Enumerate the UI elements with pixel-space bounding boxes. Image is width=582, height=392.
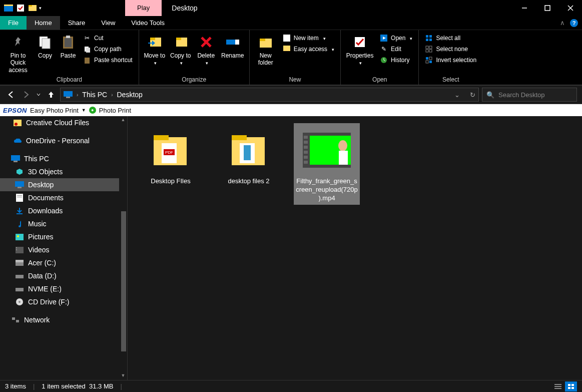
paste-shortcut-button[interactable]: Paste shortcut [80,55,136,65]
cut-button[interactable]: ✂Cut [80,33,136,43]
breadcrumb[interactable]: › This PC › Desktop ⌄ ↻ [60,88,479,102]
tab-view[interactable]: View [93,16,123,30]
tree-cd-drive[interactable]: CD Drive (F:) [0,295,127,308]
qat-dropdown-icon[interactable]: ▾ [39,6,45,11]
new-item-button[interactable]: New item [280,33,337,43]
svg-rect-52 [16,194,23,202]
copy-button[interactable]: Copy [34,32,56,59]
tab-file[interactable]: File [0,16,27,30]
qat-properties-icon[interactable] [15,3,26,14]
title-bar: ▾ Play Desktop [0,0,582,16]
copy-path-button[interactable]: Copy path [80,44,136,54]
history-button[interactable]: History [377,55,415,65]
refresh-button[interactable]: ↻ [470,91,475,99]
tree-drive-d[interactable]: Data (D:) [0,269,127,282]
tree-drive-e[interactable]: NVME (E:) [0,282,127,295]
tree-documents[interactable]: Documents [0,191,127,204]
paste-button[interactable]: Paste [57,32,79,59]
svg-rect-41 [429,57,432,60]
svg-rect-6 [545,6,550,11]
thumbnails-view-button[interactable] [565,381,577,391]
easy-photo-print-button[interactable]: Easy Photo Print [30,107,79,114]
svg-rect-70 [154,135,169,140]
main-area: Creative Cloud Files OneDrive - Personal… [0,116,582,380]
recent-locations-button[interactable] [35,89,42,101]
back-button[interactable] [5,89,17,101]
details-view-button[interactable] [552,381,564,391]
svg-point-57 [17,235,19,237]
file-item-folder-1[interactable]: PDF Desktop FIles [138,123,204,188]
svg-rect-12 [65,38,72,47]
maximize-button[interactable] [536,0,559,16]
tree-onedrive[interactable]: OneDrive - Personal [0,134,127,147]
copy-icon [37,34,53,50]
up-button[interactable] [45,89,57,101]
epson-dropdown-icon[interactable]: ▼ [82,108,86,113]
photo-print-button[interactable]: Photo Print [99,107,131,114]
address-dropdown-icon[interactable]: ⌄ [454,91,460,99]
tree-3d-objects[interactable]: 3D Objects [0,165,127,178]
svg-rect-62 [16,260,24,262]
qat-folder-icon[interactable] [27,3,38,14]
scroll-up-icon[interactable]: ▲ [120,117,126,123]
edit-icon: ✎ [380,45,388,53]
svg-rect-68 [16,320,19,322]
svg-rect-53 [17,195,22,196]
search-input[interactable]: 🔍 Search Desktop [482,88,577,102]
status-bar: 3 items | 1 item selected 31.3 MB | [0,380,582,392]
properties-button[interactable]: Properties [344,32,376,67]
tree-network[interactable]: Network [0,313,127,326]
tree-downloads[interactable]: Downloads [0,204,127,217]
svg-rect-42 [426,61,428,63]
onedrive-icon [13,137,22,145]
crumb-this-pc[interactable]: This PC [82,91,107,99]
delete-icon [198,34,214,50]
new-folder-button[interactable]: New folder [253,32,279,67]
close-button[interactable] [559,0,582,16]
open-button[interactable]: Open [377,33,415,43]
photo-print-icon: ● [89,107,96,114]
explorer-icon[interactable] [3,3,14,14]
context-tab-play[interactable]: Play [125,0,162,16]
tree-videos[interactable]: Videos [0,243,127,256]
move-to-button[interactable]: Move to [142,32,167,67]
ribbon-group-select: Select all Select none Invert selection … [419,30,482,85]
file-item-folder-2[interactable]: desktop files 2 [216,123,282,188]
delete-button[interactable]: Delete [194,32,218,67]
tree-drive-c[interactable]: Acer (C:) [0,256,127,269]
tree-desktop[interactable]: Desktop [0,178,127,191]
scroll-down-icon[interactable]: ▼ [120,373,126,379]
crumb-desktop[interactable]: Desktop [117,91,142,99]
select-none-button[interactable]: Select none [422,44,479,54]
svg-rect-83 [304,156,308,159]
collapse-ribbon-icon[interactable]: ∧ [560,19,565,27]
rename-button[interactable]: Rename [219,32,246,59]
chevron-right-icon[interactable]: › [111,92,113,98]
tree-this-pc[interactable]: This PC [0,152,127,165]
cut-icon: ✂ [83,34,91,42]
tab-share[interactable]: Share [60,16,94,30]
tab-video-tools[interactable]: Video Tools [123,16,173,30]
chevron-right-icon[interactable]: › [77,92,78,98]
copy-to-button[interactable]: Copy to [168,32,193,67]
tree-music[interactable]: Music [0,217,127,230]
pin-to-quick-access-button[interactable]: Pin to Quick access [3,32,33,74]
edit-button[interactable]: ✎Edit [377,44,415,54]
invert-selection-button[interactable]: Invert selection [422,55,479,65]
scrollbar-thumb[interactable] [121,211,126,351]
easy-access-button[interactable]: Easy access [280,44,337,54]
tab-home[interactable]: Home [27,16,60,30]
file-item-video[interactable]: Filthy_frank_green_screen_reupload(720p)… [294,123,360,205]
group-label-new: New [253,75,337,85]
tree-pictures[interactable]: Pictures [0,230,127,243]
help-icon[interactable]: ? [570,19,578,27]
documents-icon [15,194,24,202]
folder-thumbnail-icon: PDF [147,125,195,175]
minimize-button[interactable] [513,0,536,16]
tree-creative-cloud[interactable]: Creative Cloud Files [0,116,127,129]
file-view[interactable]: PDF Desktop FIles desktop files 2 [128,116,582,380]
tree-scrollbar[interactable]: ▲ ▼ [119,116,127,380]
forward-button[interactable] [20,89,32,101]
file-label: Filthy_frank_green_screen_reupload(720p)… [296,177,358,203]
select-all-button[interactable]: Select all [422,33,479,43]
